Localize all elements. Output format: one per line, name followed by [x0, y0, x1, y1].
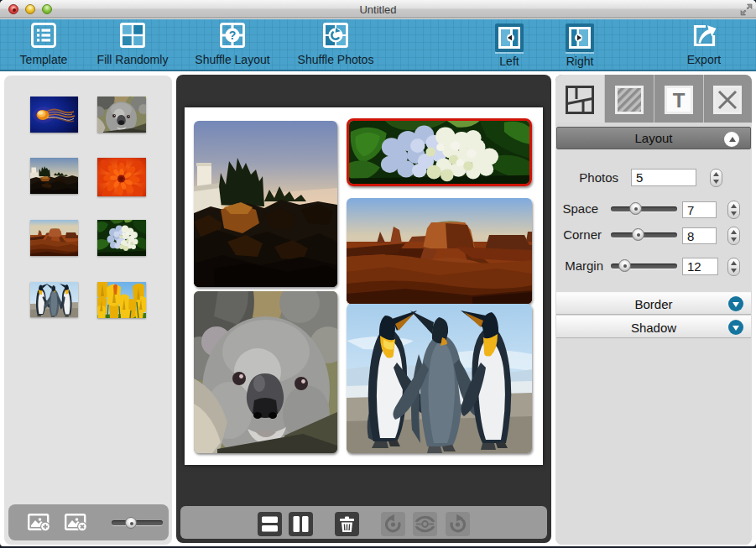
svg-text:?: ? — [229, 29, 237, 42]
svg-text:T: T — [673, 89, 686, 112]
